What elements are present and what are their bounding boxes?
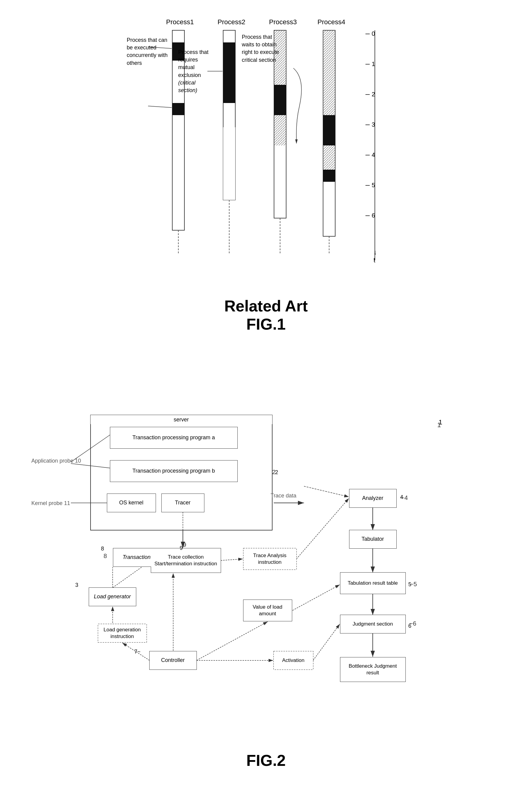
load-generation-box: Load generation instruction <box>98 624 147 642</box>
svg-line-70 <box>221 559 243 560</box>
fig2-label: FIG.2 <box>18 751 514 769</box>
annotation-wait: Process thatwaits to obtainright to exec… <box>242 33 287 64</box>
svg-rect-9 <box>274 115 286 145</box>
annotation-mutual: Process thatrequiresmutualexclusion(crit… <box>178 49 221 94</box>
load-generator-box: Load generator <box>89 588 136 606</box>
svg-line-68 <box>313 624 340 660</box>
svg-line-71 <box>297 498 349 559</box>
svg-rect-13 <box>323 145 335 170</box>
svg-rect-12 <box>323 115 335 145</box>
transaction-b-box: Transaction processing program b <box>110 461 238 482</box>
server-label-text: server <box>91 415 272 424</box>
value-load-box: Value of load amount <box>244 600 292 621</box>
fig2-arrows-svg: server <box>32 412 501 745</box>
svg-rect-5 <box>223 127 235 200</box>
annotation-concurrent: Process that canbe executedconcurrently … <box>127 36 175 67</box>
trace-collection-box: Trace collection Start/termination instr… <box>151 548 221 573</box>
application-probe-label: Application probe 10 <box>32 458 81 464</box>
svg-marker-22 <box>295 139 298 144</box>
os-kernel-box: OS kernel <box>107 494 156 512</box>
svg-line-72 <box>292 585 340 611</box>
num-5-label: 5 <box>408 581 412 588</box>
svg-rect-2 <box>172 103 184 115</box>
judgment-section-box: Judgment section <box>340 615 405 633</box>
bottleneck-result-box: Bottleneck Judgment result <box>340 657 405 682</box>
svg-line-20 <box>148 106 172 108</box>
fig1-label: FIG.1 <box>12 315 520 333</box>
svg-rect-4 <box>223 42 235 103</box>
tabulator-box: Tabulator <box>349 530 396 548</box>
num-1-label: 1 <box>439 418 442 427</box>
related-art-label: Related Art <box>12 297 520 315</box>
activation-box: Activation <box>274 651 313 670</box>
svg-rect-8 <box>274 85 286 115</box>
svg-rect-14 <box>323 170 335 182</box>
svg-rect-11 <box>323 30 335 115</box>
fig2-section: server <box>0 394 532 782</box>
tabulation-result-box: Tabulation result table <box>340 573 405 594</box>
fig1-diagram: 0 1 2 3 4 5 6 ↓ t Process1 Process2 Proc… <box>130 18 402 291</box>
fig1-section: 0 1 2 3 4 5 6 ↓ t Process1 Process2 Proc… <box>0 0 532 394</box>
kernel-probe-label: Kernel probe 11 <box>32 500 70 507</box>
svg-line-44 <box>304 486 349 497</box>
analyzer-box: Analyzer <box>349 489 396 507</box>
trace-analysis-box: Trace Analysis instruction <box>244 548 297 570</box>
fig2-diagram: server <box>32 412 501 745</box>
num-7-label: 7~ <box>134 648 141 655</box>
num-4-label: 4 <box>400 494 403 501</box>
num-6-label: 6 <box>408 622 412 630</box>
tracer-box: Tracer <box>162 494 204 512</box>
num-3-label: 3 <box>75 582 78 589</box>
num-8-label: 8 <box>101 545 104 552</box>
transaction-a-box: Transaction processing program a <box>110 427 238 448</box>
svg-line-73 <box>196 622 268 660</box>
svg-text:8: 8 <box>103 553 107 559</box>
svg-text:9: 9 <box>183 541 186 548</box>
controller-box: Controller <box>150 651 196 670</box>
num-9-label: 9 <box>180 545 183 552</box>
trace-data-label: Trace data <box>271 492 297 499</box>
fig1-title-area: Related Art FIG.1 <box>12 297 520 333</box>
num-2-label: 2 <box>275 469 278 476</box>
